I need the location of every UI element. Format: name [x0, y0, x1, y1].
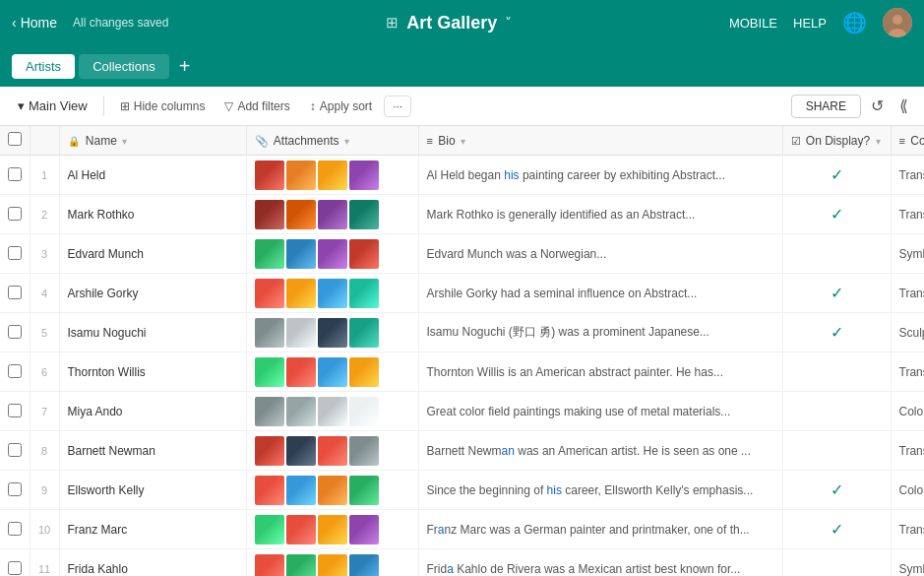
- add-tab-button[interactable]: +: [173, 53, 197, 80]
- bio-text: Great color field paintings making use o…: [427, 405, 731, 418]
- artist-name-cell[interactable]: Miya Ando: [59, 392, 246, 431]
- bio-column-header[interactable]: ≡ Bio ▾: [418, 126, 782, 156]
- attachments-cell[interactable]: [246, 234, 418, 274]
- bio-cell[interactable]: Barnett Newman was an American artist. H…: [418, 431, 782, 471]
- mobile-button[interactable]: MOBILE: [729, 16, 777, 31]
- add-filters-button[interactable]: ▽ Add filters: [216, 96, 297, 117]
- artist-name: Edvard Munch: [68, 247, 144, 261]
- artist-name-cell[interactable]: Barnett Newman: [59, 431, 246, 471]
- artist-name-cell[interactable]: Frida Kahlo: [59, 549, 246, 577]
- bio-link[interactable]: a: [438, 523, 445, 537]
- attachments-cell[interactable]: [246, 471, 418, 510]
- row-select-checkbox[interactable]: [8, 364, 22, 378]
- bio-link[interactable]: his: [504, 168, 519, 182]
- bio-cell[interactable]: Al Held began his painting career by exh…: [418, 156, 782, 195]
- dropdown-icon[interactable]: ˅: [505, 15, 512, 31]
- thumbnail: [255, 200, 284, 229]
- artists-table: 🔒 Name ▾ 📎 Attachments ▾ ≡ Bio ▾ ☑ On Di…: [0, 126, 924, 576]
- attachments-header-label: Attachments: [274, 134, 339, 148]
- attachments-cell[interactable]: [246, 195, 418, 234]
- attachments-cell[interactable]: [246, 431, 418, 471]
- thumbnail: [255, 318, 284, 348]
- collections-column-header[interactable]: ≡ Colle...: [891, 126, 924, 156]
- artist-name-cell[interactable]: Franz Marc: [59, 510, 246, 549]
- attach-chevron-icon: ▾: [344, 136, 349, 147]
- bio-link[interactable]: his: [547, 483, 562, 497]
- bio-cell[interactable]: Edvard Munch was a Norwegian...: [418, 234, 782, 274]
- artist-name-cell[interactable]: Thornton Willis: [59, 352, 246, 392]
- columns-icon: ⊞: [120, 99, 130, 113]
- globe-icon[interactable]: 🌐: [842, 11, 867, 34]
- thumbnail: [286, 200, 316, 229]
- name-column-header[interactable]: 🔒 Name ▾: [59, 126, 246, 156]
- help-button[interactable]: HELP: [793, 16, 827, 31]
- tab-collections[interactable]: Collections: [79, 54, 169, 79]
- collection-name: Transco: [899, 168, 925, 182]
- bio-link[interactable]: an: [502, 444, 515, 458]
- bio-cell[interactable]: Thornton Willis is an American abstract …: [418, 352, 782, 392]
- checkbox-header: [0, 126, 30, 156]
- bio-cell[interactable]: Arshile Gorky had a seminal influence on…: [418, 274, 782, 313]
- row-number: 10: [30, 510, 59, 549]
- undo-button[interactable]: ↺: [865, 93, 890, 119]
- avatar[interactable]: [883, 8, 912, 37]
- row-select-checkbox[interactable]: [8, 482, 22, 496]
- row-num-header: [30, 126, 59, 156]
- bio-cell[interactable]: Since the beginning of his career, Ellsw…: [418, 471, 782, 510]
- collection-name: Sculptu: [899, 326, 925, 340]
- attachments-cell[interactable]: [246, 274, 418, 313]
- name-header-label: Name: [86, 134, 117, 148]
- hide-columns-button[interactable]: ⊞ Hide columns: [112, 96, 214, 117]
- bio-cell[interactable]: Isamu Noguchi (野口 勇) was a prominent Jap…: [418, 313, 782, 352]
- more-options-button[interactable]: ···: [384, 96, 411, 117]
- tab-artists[interactable]: Artists: [12, 54, 75, 79]
- collection-name: Color Fi: [899, 483, 925, 497]
- bio-cell[interactable]: Great color field paintings making use o…: [418, 392, 782, 431]
- saved-status: All changes saved: [73, 16, 168, 30]
- row-select-checkbox[interactable]: [8, 325, 22, 339]
- table-body: 1Al HeldAl Held began his painting caree…: [0, 156, 924, 577]
- display-column-header[interactable]: ☑ On Display? ▾: [782, 126, 891, 156]
- artist-name-cell[interactable]: Isamu Noguchi: [59, 313, 246, 352]
- view-selector[interactable]: ▾ Main View: [10, 95, 95, 117]
- artist-name: Mark Rothko: [68, 208, 135, 222]
- bio-link[interactable]: a: [447, 562, 454, 576]
- select-all-checkbox[interactable]: [8, 132, 22, 146]
- attachments-cell[interactable]: [246, 313, 418, 352]
- apply-sort-button[interactable]: ↕ Apply sort: [302, 96, 380, 117]
- collection-cell: Transco: [891, 431, 924, 471]
- attachments-cell[interactable]: [246, 510, 418, 549]
- row-select-checkbox[interactable]: [8, 207, 22, 221]
- bio-cell[interactable]: Mark Rothko is generally identified as a…: [418, 195, 782, 234]
- attachments-column-header[interactable]: 📎 Attachments ▾: [246, 126, 418, 156]
- thumbnail: [318, 239, 347, 269]
- attachments-cell[interactable]: [246, 549, 418, 577]
- artist-name-cell[interactable]: Al Held: [59, 156, 246, 195]
- thumbnail: [255, 279, 284, 308]
- row-select-checkbox[interactable]: [8, 404, 22, 417]
- row-select-checkbox[interactable]: [8, 246, 22, 260]
- on-display-cell: ✓: [782, 195, 891, 234]
- attachments-cell[interactable]: [246, 392, 418, 431]
- attachments-cell[interactable]: [246, 156, 418, 195]
- row-select-checkbox[interactable]: [8, 522, 22, 536]
- attachments-cell[interactable]: [246, 352, 418, 392]
- row-number: 8: [30, 431, 59, 471]
- share-button[interactable]: SHARE: [791, 95, 861, 118]
- artist-name-cell[interactable]: Ellsworth Kelly: [59, 471, 246, 510]
- artist-name-cell[interactable]: Edvard Munch: [59, 234, 246, 274]
- table-container: 🔒 Name ▾ 📎 Attachments ▾ ≡ Bio ▾ ☑ On Di…: [0, 126, 924, 576]
- row-select-checkbox[interactable]: [8, 561, 22, 575]
- table-row: 4Arshile GorkyArshile Gorky had a semina…: [0, 274, 924, 313]
- home-button[interactable]: ‹ Home: [12, 15, 57, 31]
- bio-cell[interactable]: Franz Marc was a German painter and prin…: [418, 510, 782, 549]
- row-select-checkbox[interactable]: [8, 286, 22, 299]
- bio-cell[interactable]: Frida Kahlo de Rivera was a Mexican arti…: [418, 549, 782, 577]
- artist-name-cell[interactable]: Arshile Gorky: [59, 274, 246, 313]
- artist-name-cell[interactable]: Mark Rothko: [59, 195, 246, 234]
- row-select-checkbox[interactable]: [8, 167, 22, 181]
- artist-name: Al Held: [68, 168, 106, 182]
- collapse-button[interactable]: ⟪: [893, 93, 914, 119]
- sort-icon: ↕: [310, 99, 316, 113]
- row-select-checkbox[interactable]: [8, 443, 22, 457]
